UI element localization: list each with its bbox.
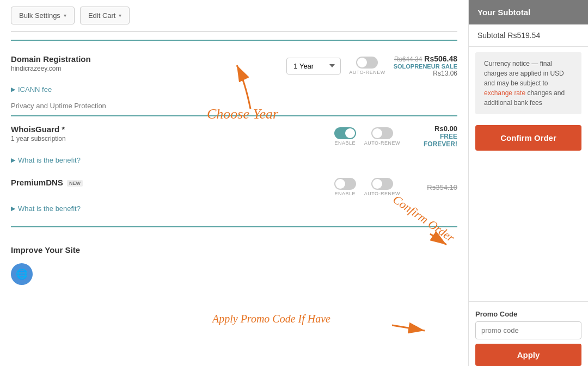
domain-registration-row: Domain Registration hindicrazeey.com 1 Y…: [11, 49, 457, 83]
whoisguard-enable-container: ENABLE: [334, 127, 356, 146]
currency-notice: Currency notice — final charges are appl…: [475, 52, 581, 114]
toolbar: Bulk Settings ▾ Edit Cart ▾: [11, 0, 457, 32]
premiumdns-info: PremiumDNS NEW: [11, 178, 326, 187]
promo-section: Promo Code Apply: [469, 301, 588, 366]
icann-fee-expand[interactable]: ▶ ICANN fee: [11, 83, 457, 96]
privacy-section-title: Privacy and Uptime Protection: [11, 96, 457, 113]
premiumdns-autorenew-container: AUTO-RENEW: [364, 178, 400, 196]
edit-cart-label: Edit Cart: [88, 11, 116, 20]
premiumdns-enable-toggle[interactable]: [334, 178, 356, 190]
premiumdns-title: PremiumDNS NEW: [11, 178, 326, 187]
edit-cart-button[interactable]: Edit Cart ▾: [80, 7, 130, 24]
premiumdns-autorenew-toggle[interactable]: [371, 178, 393, 190]
premiumdns-enable-label: ENABLE: [334, 191, 356, 196]
premiumdns-benefit-label: What is the benefit?: [18, 204, 81, 213]
whoisguard-title: WhoisGuard *: [11, 125, 326, 134]
chevron-right-icon-2: ▶: [11, 157, 15, 164]
domain-product-info: Domain Registration hindicrazeey.com: [11, 54, 278, 72]
premiumdns-enable-container: ENABLE: [334, 178, 356, 196]
promo-code-input[interactable]: [475, 321, 581, 339]
section-divider-3: [11, 226, 457, 227]
autorenew-label: AUTO-RENEW: [349, 70, 385, 75]
whoisguard-autorenew-label: AUTO-RENEW: [364, 140, 400, 146]
subtotal-amount: Subtotal Rs519.54: [469, 24, 588, 47]
premiumdns-benefit-expand[interactable]: ▶ What is the benefit?: [11, 202, 457, 215]
chevron-right-icon: ▶: [11, 86, 15, 93]
domain-title: Domain Registration: [11, 54, 278, 64]
right-panel: Your Subtotal Subtotal Rs519.54 Currency…: [468, 0, 588, 366]
domain-autorenew-toggle-container: AUTO-RENEW: [349, 57, 385, 75]
domain-sale-label: SOLOPRENEUR SALE: [394, 63, 457, 70]
chevron-down-icon: ▾: [119, 13, 121, 18]
improve-item: 🌐: [11, 259, 457, 289]
whoisguard-controls: ENABLE AUTO-RENEW Rs0.00 FREE FOREVER!: [334, 125, 457, 148]
whoisguard-subtitle: 1 year subscription: [11, 135, 326, 142]
premiumdns-price: Rs354.10: [408, 183, 457, 191]
domain-price-area: Rs644.34 Rs506.48 SOLOPRENEUR SALE Rs13.…: [394, 54, 457, 77]
domain-extra-price: Rs13.06: [394, 70, 457, 77]
whoisguard-price-area: Rs0.00 FREE FOREVER!: [408, 125, 457, 148]
whoisguard-enable-toggle[interactable]: [334, 127, 356, 139]
new-badge: NEW: [67, 180, 83, 187]
whoisguard-enable-label: ENABLE: [334, 140, 356, 146]
chevron-right-icon-3: ▶: [11, 205, 15, 212]
domain-original-price: Rs644.34: [394, 55, 422, 63]
subtotal-header: Your Subtotal: [469, 0, 588, 24]
whoisguard-info: WhoisGuard * 1 year subscription: [11, 125, 326, 142]
subtotal-value: Rs519.54: [507, 31, 540, 40]
section-divider: [11, 40, 457, 41]
domain-subtitle: hindicrazeey.com: [11, 65, 278, 72]
whoisguard-forever-label: FOREVER!: [408, 140, 457, 148]
currency-notice-text: Currency notice — final charges are appl…: [484, 60, 564, 87]
bulk-settings-button[interactable]: Bulk Settings ▾: [11, 7, 75, 24]
whoisguard-autorenew-toggle[interactable]: [371, 127, 393, 139]
promo-arrow: [0, 301, 468, 366]
exchange-rate-link: exchange rate: [484, 89, 525, 97]
subtotal-label: Subtotal: [477, 31, 505, 40]
section-divider-2: [11, 115, 457, 116]
premiumdns-row: PremiumDNS NEW ENABLE AUTO-RENEW Rs354.1…: [11, 172, 457, 202]
improve-title: Improve Your Site: [11, 241, 457, 259]
year-select[interactable]: 1 Year 2 Years 3 Years 5 Years 10 Years: [286, 58, 341, 75]
domain-controls: 1 Year 2 Years 3 Years 5 Years 10 Years …: [286, 54, 457, 77]
icann-fee-label: ICANN fee: [18, 85, 52, 94]
improve-section: Improve Your Site 🌐: [11, 235, 457, 295]
improve-icon: 🌐: [11, 263, 33, 285]
whoisguard-free-label: FREE: [408, 133, 457, 140]
domain-current-price: Rs506.48: [424, 54, 457, 63]
apply-button[interactable]: Apply: [475, 344, 581, 366]
confirm-order-button[interactable]: Confirm Order: [475, 125, 581, 151]
whoisguard-price: Rs0.00: [408, 125, 457, 133]
whoisguard-autorenew-container: AUTO-RENEW: [364, 127, 400, 146]
chevron-down-icon: ▾: [64, 13, 66, 18]
domain-autorenew-toggle[interactable]: [356, 57, 378, 69]
promo-code-label: Promo Code: [475, 310, 581, 318]
whoisguard-row: WhoisGuard * 1 year subscription ENABLE …: [11, 119, 457, 153]
whoisguard-benefit-expand[interactable]: ▶ What is the benefit?: [11, 153, 457, 167]
premiumdns-price-area: Rs354.10: [408, 183, 457, 191]
premiumdns-controls: ENABLE AUTO-RENEW Rs354.10: [334, 178, 457, 196]
bulk-settings-label: Bulk Settings: [19, 11, 60, 20]
premiumdns-autorenew-label: AUTO-RENEW: [364, 191, 400, 196]
apply-promo-annotation: Apply Promo Code If Have: [212, 313, 330, 325]
whoisguard-benefit-label: What is the benefit?: [18, 156, 81, 164]
